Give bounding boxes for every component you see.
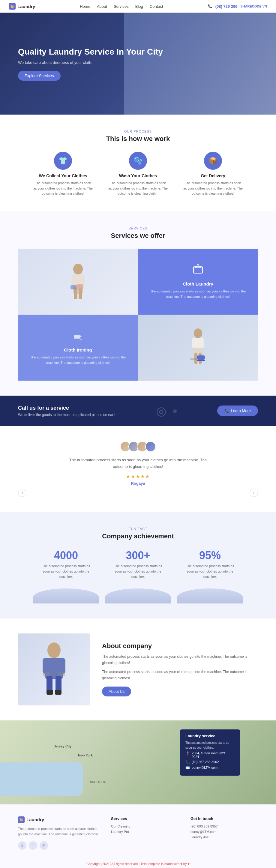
testimonial-stars: ★★★★★	[18, 473, 258, 479]
achievement-grid: 4000 The automated process starts as soo…	[18, 549, 258, 580]
footer: 🧺 Laundry The automated process starts a…	[0, 804, 276, 868]
testimonial-prev-button[interactable]: ‹	[18, 489, 26, 497]
svg-rect-8	[76, 284, 83, 289]
nav-contact[interactable]: Contact	[150, 4, 163, 9]
footer-brand-name: 🧺 Laundry	[18, 816, 99, 823]
cta-button-label: Learn More	[231, 408, 251, 413]
map-address-icon: 📍	[185, 751, 190, 755]
testimonial-section: The automated process starts as soon as …	[0, 426, 276, 512]
service-card-1	[18, 249, 138, 315]
svg-rect-28	[42, 658, 49, 674]
how-section-title: This is how we work	[18, 135, 258, 143]
map-section: Jersey City New York BROOKLYN Laundry se…	[0, 720, 276, 804]
map-label-jersey: Jersey City	[54, 744, 72, 748]
hero-title: Quality Laundry Service In Your City	[18, 46, 163, 57]
nav-home[interactable]: Home	[80, 4, 90, 9]
how-step-2-desc: The automated process starts as soon as …	[108, 181, 168, 196]
footer-contact-address[interactable]: Laundry Ave.	[190, 835, 258, 839]
nav-right: 📞 (08) 729 296 SHARECODE.VN	[208, 4, 267, 9]
footer-contact-list: (90) 890 769-8957 bunny@LTM.com Laundry …	[190, 825, 258, 839]
map-background: Jersey City New York BROOKLYN Laundry se…	[0, 720, 276, 804]
map-label-brooklyn: BROOKLYN	[90, 780, 106, 784]
nav-about[interactable]: About	[97, 4, 107, 9]
achievement-desc-3: The automated process starts as soon as …	[183, 564, 237, 580]
achievement-label: Fun Fact	[18, 527, 258, 531]
social-instagram[interactable]: ◎	[40, 841, 48, 850]
svg-point-26	[48, 643, 61, 658]
footer-contact-title: Get in touch	[190, 816, 258, 821]
how-step-1-desc: The automated process starts as soon as …	[33, 181, 93, 196]
map-popup-desc: The automated process starts as soon as …	[185, 741, 235, 750]
nav-blog[interactable]: Blog	[135, 4, 143, 9]
about-button[interactable]: About Us	[102, 686, 131, 696]
cta-banner: Call us for a service We deliver the goo…	[0, 396, 276, 426]
service-card-3-icon	[72, 330, 84, 344]
map-phone: (80) 267 256-3902	[192, 760, 219, 764]
social-twitter[interactable]: 𝕏	[18, 841, 26, 850]
services-label: Services	[18, 226, 258, 230]
footer-contact-phone[interactable]: (90) 890 769-8957	[190, 825, 258, 828]
svg-rect-33	[55, 690, 61, 695]
achievement-num-2: 300+	[111, 549, 165, 562]
how-step-3-icon: 📦	[204, 152, 222, 170]
footer-services-col: Services Our Cleaning Laundry Pro	[111, 816, 179, 850]
about-para1: The automated process starts as soon as …	[102, 654, 258, 666]
footer-brand-icon: 🧺	[18, 816, 25, 823]
how-we-work-section: Our Process This is how we work 👕 We Col…	[0, 115, 276, 212]
svg-rect-35	[58, 672, 65, 676]
cta-text: Call us for a service We deliver the goo…	[18, 405, 116, 417]
footer-brand: 🧺 Laundry The automated process starts a…	[18, 816, 99, 850]
svg-rect-18	[193, 348, 204, 355]
svg-rect-34	[43, 672, 50, 676]
nav-services[interactable]: Services	[114, 4, 129, 9]
how-step-1-icon: 👕	[54, 152, 72, 170]
map-popup-title: Laundry service	[185, 734, 235, 738]
nav-phone[interactable]: (08) 729 296	[215, 4, 238, 9]
svg-point-0	[73, 264, 83, 274]
service-card-2: Cloth Laundry The automated process star…	[138, 249, 258, 315]
achievement-item-2: 300+ The automated process starts as soo…	[111, 549, 165, 580]
svg-rect-25	[190, 359, 197, 360]
achievement-num-1: 4000	[39, 549, 93, 562]
cta-title: Call us for a service	[18, 405, 116, 411]
achievement-desc-1: The automated process starts as soon as …	[39, 564, 93, 580]
how-step-2: 🫧 Wash Your Clothes The automated proces…	[108, 152, 168, 196]
cta-button[interactable]: 📞 Learn More	[217, 405, 258, 416]
about-section: About company The automated process star…	[0, 618, 276, 720]
service-card-4	[138, 315, 258, 381]
svg-rect-23	[197, 355, 205, 360]
hero-cta-button[interactable]: Explore Services	[18, 71, 61, 81]
map-email: bunny@LTM.com	[192, 766, 217, 769]
service-card-3-title: Cloth Ironing	[64, 347, 92, 352]
service-card-3-desc: The automated process starts as soon as …	[26, 355, 130, 365]
svg-rect-29	[59, 658, 65, 674]
footer-social: 𝕏 f ◎	[18, 841, 99, 850]
how-step-1-title: We Collect Your Clothes	[33, 173, 93, 178]
svg-rect-12	[74, 335, 80, 338]
wave-2	[105, 588, 171, 603]
testimonial-avatars	[18, 441, 258, 452]
brand-name: Laundry	[18, 4, 35, 9]
services-title: Services we offer	[18, 232, 258, 240]
footer-bottom: Copyright [2021] All rights reserved | T…	[18, 856, 258, 866]
avatar-4	[145, 441, 156, 452]
social-facebook[interactable]: f	[29, 841, 37, 850]
about-para2: The automated process starts as soon as …	[102, 669, 258, 681]
achievement-desc-2: The automated process starts as soon as …	[111, 564, 165, 580]
wave-3	[177, 588, 243, 603]
how-step-2-title: Wash Your Clothes	[108, 173, 168, 178]
svg-rect-24	[197, 360, 205, 361]
services-grid: Cloth Laundry The automated process star…	[18, 249, 258, 381]
how-step-3-desc: The automated process starts as soon as …	[183, 181, 243, 196]
svg-rect-32	[47, 690, 53, 695]
testimonial-next-button[interactable]: ›	[250, 489, 258, 497]
svg-rect-13	[74, 338, 81, 339]
footer-service-2[interactable]: Laundry Pro	[111, 830, 179, 834]
footer-service-1[interactable]: Our Cleaning	[111, 825, 179, 828]
brand-logo[interactable]: 🧺 Laundry	[9, 3, 35, 9]
how-step-3: 📦 Get Delivery The automated process sta…	[183, 152, 243, 196]
svg-rect-7	[70, 285, 76, 289]
testimonial-nav: ‹ ›	[18, 489, 258, 497]
footer-contact-email[interactable]: bunny@LTM.com	[190, 830, 258, 834]
footer-grid: 🧺 Laundry The automated process starts a…	[18, 816, 258, 850]
